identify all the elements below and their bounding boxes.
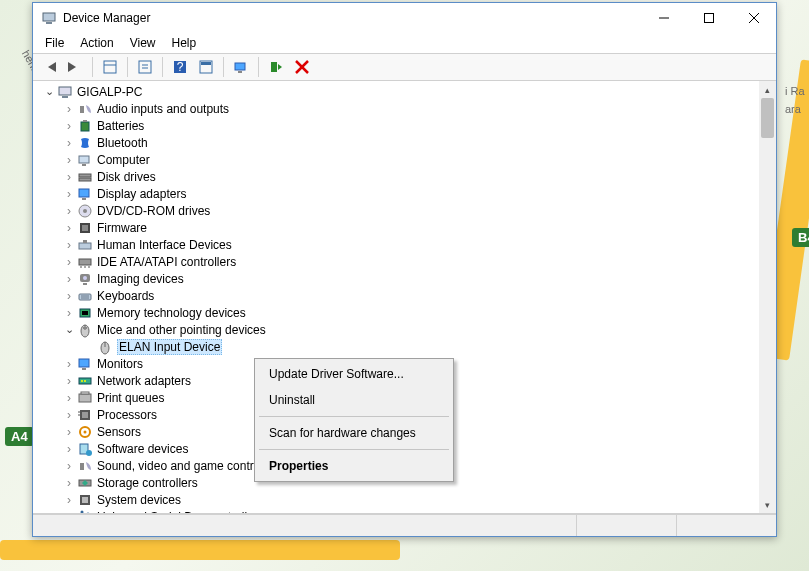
minimize-button[interactable]	[641, 4, 686, 33]
close-button[interactable]	[731, 4, 776, 33]
svg-rect-3	[704, 14, 713, 23]
expander-icon[interactable]	[63, 375, 75, 387]
properties-button[interactable]	[133, 56, 157, 78]
svg-point-58	[84, 380, 86, 382]
category-label: Human Interface Devices	[97, 238, 232, 252]
expander-icon[interactable]	[63, 392, 75, 404]
category-icon	[77, 509, 93, 514]
expander-icon[interactable]	[63, 103, 75, 115]
menu-update-driver[interactable]: Update Driver Software...	[257, 361, 451, 387]
expander-icon[interactable]	[63, 256, 75, 268]
svg-rect-15	[235, 63, 245, 70]
menu-separator	[259, 416, 449, 417]
menu-uninstall[interactable]: Uninstall	[257, 387, 451, 413]
expander-icon[interactable]	[63, 494, 75, 506]
category-label: Batteries	[97, 119, 144, 133]
expander-icon[interactable]	[63, 460, 75, 472]
svg-rect-36	[83, 240, 87, 243]
maximize-button[interactable]	[686, 4, 731, 33]
expander-icon[interactable]	[63, 137, 75, 149]
expander-icon[interactable]	[63, 358, 75, 370]
category-icon	[77, 169, 93, 185]
tree-device-selected[interactable]: ELAN Input Device	[81, 338, 759, 355]
help-button[interactable]: ?	[168, 56, 192, 78]
expander-icon[interactable]	[63, 171, 75, 183]
tree-category[interactable]: Display adapters	[61, 185, 759, 202]
tree-category[interactable]: IDE ATA/ATAPI controllers	[61, 253, 759, 270]
scroll-thumb[interactable]	[761, 98, 774, 138]
tree-category[interactable]: Computer	[61, 151, 759, 168]
category-label: Display adapters	[97, 187, 186, 201]
tree-category[interactable]: DVD/CD-ROM drives	[61, 202, 759, 219]
tree-category[interactable]: Disk drives	[61, 168, 759, 185]
expander-icon[interactable]	[63, 273, 75, 285]
svg-rect-35	[79, 243, 91, 249]
tree-category[interactable]: System devices	[61, 491, 759, 508]
scan-hardware-button[interactable]	[229, 56, 253, 78]
category-icon	[77, 475, 93, 491]
expander-icon[interactable]	[63, 222, 75, 234]
tree-category[interactable]: Mice and other pointing devices	[61, 321, 759, 338]
scroll-down-button[interactable]: ▾	[759, 496, 776, 513]
menu-action[interactable]: Action	[72, 34, 121, 52]
expander-icon[interactable]	[63, 511, 75, 514]
category-label: Universal Serial Bus controllers	[97, 510, 264, 514]
svg-rect-26	[82, 164, 86, 166]
menu-view[interactable]: View	[122, 34, 164, 52]
expander-icon[interactable]	[63, 120, 75, 132]
expander-icon[interactable]	[63, 409, 75, 421]
expander-icon[interactable]	[43, 86, 55, 98]
category-label: Firmware	[97, 221, 147, 235]
forward-button[interactable]	[63, 56, 87, 78]
tree-category[interactable]: Imaging devices	[61, 270, 759, 287]
category-label: Software devices	[97, 442, 188, 456]
expander-icon[interactable]	[63, 188, 75, 200]
action-button[interactable]	[194, 56, 218, 78]
show-hide-tree-button[interactable]	[98, 56, 122, 78]
expander-icon[interactable]	[63, 443, 75, 455]
computer-icon	[57, 84, 73, 100]
category-icon	[77, 152, 93, 168]
uninstall-button[interactable]	[290, 56, 314, 78]
category-icon	[77, 322, 93, 338]
device-label: ELAN Input Device	[117, 339, 222, 355]
vertical-scrollbar[interactable]: ▴ ▾	[759, 81, 776, 513]
tree-category[interactable]: Bluetooth	[61, 134, 759, 151]
tree-category[interactable]: Human Interface Devices	[61, 236, 759, 253]
svg-rect-14	[201, 62, 211, 65]
scroll-up-button[interactable]: ▴	[759, 81, 776, 98]
tree-category[interactable]: Universal Serial Bus controllers	[61, 508, 759, 513]
expander-icon[interactable]	[63, 154, 75, 166]
category-icon	[77, 424, 93, 440]
category-icon	[77, 186, 93, 202]
category-icon	[77, 254, 93, 270]
expander-icon[interactable]	[63, 239, 75, 251]
tree-category[interactable]: Audio inputs and outputs	[61, 100, 759, 117]
category-label: Mice and other pointing devices	[97, 323, 266, 337]
enable-button[interactable]	[264, 56, 288, 78]
menu-help[interactable]: Help	[164, 34, 205, 52]
svg-rect-6	[104, 61, 116, 73]
svg-rect-43	[83, 283, 87, 285]
tree-category[interactable]: Memory technology devices	[61, 304, 759, 321]
expander-icon[interactable]	[63, 477, 75, 489]
tree-category[interactable]: Keyboards	[61, 287, 759, 304]
menu-file[interactable]: File	[37, 34, 72, 52]
category-label: IDE ATA/ATAPI controllers	[97, 255, 236, 269]
tree-category[interactable]: Firmware	[61, 219, 759, 236]
tree-root[interactable]: GIGALP-PC	[41, 83, 759, 100]
expander-icon[interactable]	[63, 307, 75, 319]
mouse-icon	[97, 339, 113, 355]
expander-icon[interactable]	[63, 205, 75, 217]
svg-rect-60	[81, 392, 89, 394]
expander-icon[interactable]	[63, 426, 75, 438]
category-label: Sensors	[97, 425, 141, 439]
category-icon	[77, 135, 93, 151]
expander-icon[interactable]	[63, 290, 75, 302]
svg-text:?: ?	[177, 60, 184, 74]
menu-scan-hardware[interactable]: Scan for hardware changes	[257, 420, 451, 446]
menu-properties[interactable]: Properties	[257, 453, 451, 479]
back-button[interactable]	[37, 56, 61, 78]
tree-category[interactable]: Batteries	[61, 117, 759, 134]
expander-icon[interactable]	[63, 324, 75, 336]
